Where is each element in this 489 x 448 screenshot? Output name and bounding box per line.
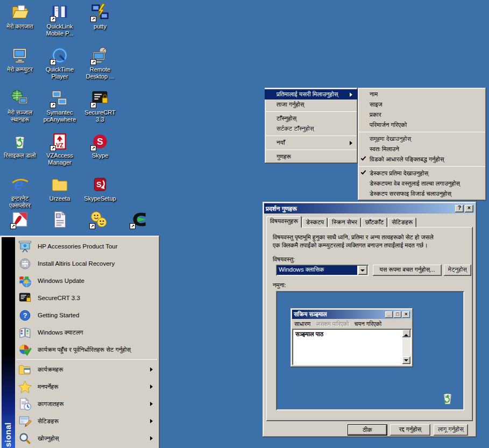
desktop-icon-quicklink-mobile[interactable]: ↗QuickLink Mobile P... [37,3,82,37]
recycle-bin-icon [440,389,456,407]
start-menu-bottom-item-4[interactable]: खोज्नुहोस् [15,430,158,447]
theme-dropdown-value: Windows क्लासिक [277,266,357,275]
start-menu-top-item-2[interactable]: Windows Update [15,272,158,289]
preview-window-menubar: साधारणअसक्षम पारिएकोचयन गरिएको [292,319,412,328]
desktop-icon-label: putty [94,23,107,30]
desktop-icon-recycle-bin[interactable]: रिसाइकल डालो [0,132,42,159]
start-menu-item-label: Windows क्याटलग [38,329,83,336]
start-menu-top-item-3[interactable]: SecureCRT 3.3 [15,289,158,307]
desktop-icon-usb-device[interactable]: ↗ [117,210,162,229]
start-menu-item-label: कागजातहरू [38,401,63,408]
submenu-item-10[interactable]: डेस्कटपमा वेब वस्तुलाई ताल्चा लगाउनुहोस् [358,179,486,189]
tab-2[interactable]: स्क्रिन सेभर [328,218,361,227]
context-menu-item-3[interactable]: टाँस्नुहोस् [265,113,358,124]
desktop-icon-skype[interactable]: S↗Skype [77,132,123,159]
tab-1[interactable]: डेस्कटप [302,218,328,227]
desktop-icon-messenger[interactable]: ↗ [76,210,122,229]
start-menu-bottom-item-1[interactable]: मनपर्नेहरू [15,378,158,395]
start-menu-top-item-0[interactable]: HP Accessories Product Tour [15,238,158,255]
start-menu-top-item-5[interactable]: Windows क्याटलग [15,324,158,341]
desktop-icon-securecrt-33[interactable]: ↗SecureCRT 3.3 [77,89,123,123]
desktop-icon-skypesetup[interactable]: SSkypeSetup [77,175,123,202]
svg-text:?: ? [23,312,27,319]
start-menu-item-label: मनपर्नेहरू [38,383,59,390]
ok-button[interactable]: ठीक [348,424,387,436]
submenu-separator [359,166,485,167]
submenu-item-0[interactable]: नाम [358,89,486,99]
themes-description: विषयवस्तु पृष्ठभूमि हुनुका साथै ध्वनि, प… [273,233,469,250]
submenu-item-11[interactable]: डेस्कटप सरसफाइ विजार्ड चलाउनुहोस् [358,189,486,199]
submenu-arrow-icon [150,385,155,389]
start-menu-top-item-1[interactable]: Install Altiris Local Recovery [15,255,158,272]
preview-window-title: सक्रिय सञ्झ्याल [294,311,384,318]
putty-icon: ↗ [91,3,109,22]
context-menu-item-4: सर्टकट टाँस्नुहोस् [265,124,358,134]
tab-3[interactable]: छाँटकाँट [362,218,387,227]
quicklink-mobile-icon: ↗ [51,3,69,22]
submenu-item-6[interactable]: स्वतः मिलाउने [358,144,486,154]
desktop-icon-acrobat[interactable]: ↗ [0,210,42,229]
start-menu-bottom-item-2[interactable]: कागजातहरू [15,395,158,413]
desktop-icon-my-computer[interactable]: मेरो कम्प्युटर [0,46,42,73]
cancel-button[interactable]: रद्द गर्नुहोस् [390,424,430,436]
start-menu-item-label: HP Accessories Product Tour [38,243,118,250]
submenu-item-9[interactable]: डेस्कटप प्रतिमा देखाउनुहोस् [358,168,486,179]
arrange-icons-submenu: नामसाइजप्रकारपरिमार्जन गरिएकोसमूहमा देखा… [358,88,486,201]
tab-4[interactable]: सेटिङहरू [388,218,416,227]
preview-menu-item-2: चयन गरिएको [355,321,382,328]
shortcut-arrow-icon: ↗ [90,16,96,22]
submenu-item-1[interactable]: साइज [358,99,486,110]
shortcut-arrow-icon: ↗ [90,102,96,108]
programs-icon [18,363,32,376]
shortcut-arrow-icon: ↗ [130,223,136,229]
desktop-icon-my-network-places[interactable]: मेरो सञ्जाल स्थानहरू [0,89,42,123]
desktop-icon-label: SecureCRT 3.3 [84,109,115,123]
desktop-icon-remote-desktop[interactable]: ↗Remote Desktop ... [77,46,123,80]
start-menu-top-item-6[interactable]: कार्यक्रम पहुँच र पूर्वनिर्धारितहरू सेट … [15,341,158,358]
desktop-icon-document[interactable] [37,210,82,229]
svg-text:S: S [97,137,103,147]
my-network-places-icon [11,89,29,108]
tab-0[interactable]: विषयवस्तुहरू [266,216,302,227]
desktop-icon-quicktime-player[interactable]: ↗QuickTime Player [37,46,82,80]
close-icon[interactable]: × [465,205,473,212]
submenu-arrow-icon [350,141,355,145]
desktop-icon-symantec-pcanywhere[interactable]: ↗Symantec pcAnywhere [37,89,82,123]
desktop: मेरो कागजात↗QuickLink Mobile P...↗puttyम… [0,0,489,448]
start-menu-bottom-item-0[interactable]: कार्यक्रमहरू [15,361,158,378]
chevron-down-icon[interactable] [358,266,367,275]
delete-button: मेट्नुहोस् [444,265,471,276]
context-menu-item-0[interactable]: प्रतिमालाई यसरी मिलाउनुहोस् [265,89,358,99]
dialog-titlebar[interactable]: प्रदर्शन गुणहरू ? × [264,203,475,214]
desktop-icon-putty[interactable]: ↗putty [77,3,123,30]
submenu-separator [359,132,485,132]
desktop-icon-urzeeta[interactable]: Urzeeta [37,175,82,202]
desktop-icon-label: मेरो कम्प्युटर [7,66,32,73]
context-menu-item-1[interactable]: ताजा गर्नुहोस् [265,99,358,110]
start-menu-item-label: खोज्नुहोस् [38,435,59,442]
submenu-item-3[interactable]: परिमार्जन गरिएको [358,120,486,130]
theme-label: विषयवस्तु: [273,256,295,263]
desktop-icon-my-documents[interactable]: मेरो कागजात [0,3,42,30]
submenu-item-2[interactable]: प्रकार [358,110,486,120]
desktop-icon-label: Urzeeta [49,195,70,202]
theme-dropdown[interactable]: Windows क्लासिक [276,265,368,276]
context-menu-item-6[interactable]: नयाँ [265,138,358,148]
my-documents-icon [11,3,29,22]
start-menu-top-item-4[interactable]: ?Getting Started [15,307,158,324]
desktop-icon-internet-explorer[interactable]: eइन्टरनेट एक्सप्लोरर [0,175,42,209]
desktop-icon-vzaccess-manager[interactable]: VZ↗VZAccess Manager [37,132,82,166]
save-as-button[interactable]: यस रूपमा बचत गर्नुहोस्... [373,265,442,276]
desktop-icon-label: SkypeSetup [84,195,116,202]
help-icon[interactable]: ? [455,205,464,212]
submenu-item-7[interactable]: ग्रिडको आधारले पङ्क्तिबद्ध गर्नुहोस् [358,154,486,165]
minimize-icon: _ [385,311,393,318]
favorites-icon [18,380,32,394]
desktop-icon-label: रिसाइकल डालो [4,152,36,159]
maximize-icon: □ [394,311,401,318]
context-menu-item-8[interactable]: गुणहरू [265,152,358,162]
submenu-arrow-icon [150,419,155,423]
start-menu-item-label: सेटिङहरू [38,418,59,425]
themes-description-line2: एक क्लिकमै तपाईंको कम्प्युटरलाई व्यक्तिग… [273,242,428,248]
start-menu-bottom-item-3[interactable]: सेटिङहरू [15,413,158,430]
